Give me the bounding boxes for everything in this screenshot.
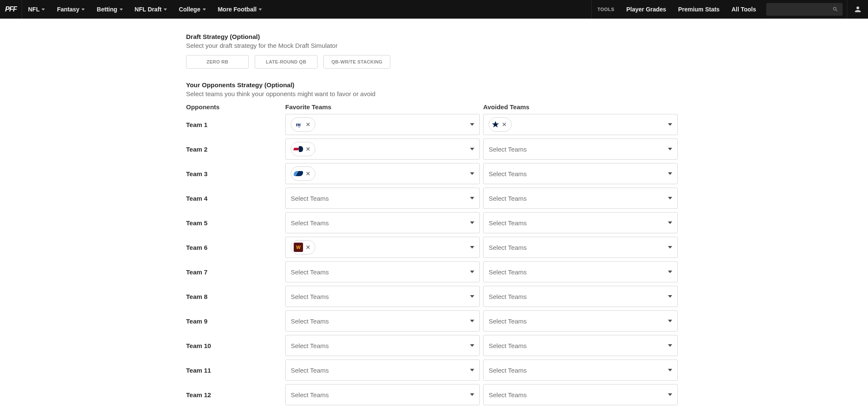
nav-draft[interactable]: NFL Draft: [129, 0, 173, 19]
favorite-teams-selector[interactable]: Select Teams: [285, 261, 480, 282]
chip-area: ny✕: [291, 117, 315, 132]
favorite-teams-selector[interactable]: Select Teams: [285, 359, 480, 381]
team-row: Team 12Select TeamsSelect Teams: [186, 384, 682, 405]
avoided-teams-selector[interactable]: Select Teams: [483, 335, 678, 356]
team-label: Team 12: [186, 391, 285, 398]
avoided-teams-selector[interactable]: Select Teams: [483, 163, 678, 184]
team-label: Team 6: [186, 244, 285, 251]
nav-college[interactable]: College: [173, 0, 212, 19]
pill-zero-rb[interactable]: ZERO RB: [186, 55, 249, 69]
link-player-grades-label: Player Grades: [626, 6, 666, 13]
nav-more[interactable]: More Football: [212, 0, 268, 19]
close-icon[interactable]: ✕: [306, 171, 311, 177]
selector-placeholder: Select Teams: [291, 293, 329, 300]
favorite-teams-selector[interactable]: Select Teams: [285, 335, 480, 356]
selector-placeholder: Select Teams: [489, 268, 527, 276]
selector-placeholder: Select Teams: [489, 170, 527, 177]
nav-fantasy[interactable]: Fantasy: [51, 0, 91, 19]
column-favorite: Favorite Teams: [285, 103, 483, 111]
team-label: Team 4: [186, 195, 285, 202]
favorite-teams-selector[interactable]: ny✕: [285, 114, 480, 135]
nav-draft-label: NFL Draft: [135, 6, 162, 13]
team-label: Team 9: [186, 318, 285, 325]
avoided-teams-selector[interactable]: ✕: [483, 114, 678, 135]
search-icon: [832, 6, 838, 12]
team-label: Team 10: [186, 342, 285, 349]
avoided-teams-selector[interactable]: Select Teams: [483, 188, 678, 209]
chevron-down-icon: [470, 148, 474, 150]
chevron-down-icon: [470, 221, 474, 224]
search-input[interactable]: [766, 3, 843, 16]
favorite-teams-selector[interactable]: Select Teams: [285, 310, 480, 332]
chevron-down-icon: [470, 271, 474, 273]
avoided-teams-selector[interactable]: Select Teams: [483, 138, 678, 160]
pill-late-round-qb[interactable]: LATE-ROUND QB: [255, 55, 317, 69]
avoided-teams-selector[interactable]: Select Teams: [483, 359, 678, 381]
avoided-teams-selector[interactable]: Select Teams: [483, 310, 678, 332]
team-row: Team 2✕Select Teams: [186, 138, 682, 160]
chevron-down-icon: [668, 344, 672, 347]
opponents-strategy-subtitle: Select teams you think your opponents mi…: [186, 90, 682, 97]
draft-strategy-section: Draft Strategy (Optional) Select your dr…: [186, 33, 682, 69]
avoided-teams-selector[interactable]: Select Teams: [483, 212, 678, 233]
column-opponents: Opponents: [186, 103, 285, 111]
team-chip: ✕: [291, 166, 315, 181]
selector-placeholder: Select Teams: [291, 391, 329, 398]
selector-placeholder: Select Teams: [291, 342, 329, 349]
link-player-grades[interactable]: Player Grades: [620, 0, 672, 19]
team-label: Team 7: [186, 268, 285, 276]
user-menu[interactable]: [847, 0, 868, 19]
team-row: Team 1ny✕✕: [186, 114, 682, 135]
favorite-teams-selector[interactable]: Select Teams: [285, 212, 480, 233]
team-label: Team 1: [186, 121, 285, 128]
avoided-teams-selector[interactable]: Select Teams: [483, 286, 678, 307]
favorite-teams-selector[interactable]: Select Teams: [285, 384, 480, 405]
pill-qb-wr-te-stacking[interactable]: QB-WR/TE STACKING: [323, 55, 390, 69]
team-row: Team 5Select TeamsSelect Teams: [186, 212, 682, 233]
chip-area: W✕: [291, 240, 315, 254]
team-row: Team 9Select TeamsSelect Teams: [186, 310, 682, 332]
chevron-down-icon: [259, 8, 262, 11]
team-chip: ✕: [489, 117, 512, 132]
chip-area: ✕: [489, 117, 512, 132]
chevron-down-icon: [668, 369, 672, 371]
nav-more-label: More Football: [218, 6, 257, 13]
selector-placeholder: Select Teams: [489, 391, 527, 398]
favorite-teams-selector[interactable]: ✕: [285, 138, 480, 160]
chevron-down-icon: [668, 271, 672, 273]
chevron-down-icon: [120, 8, 123, 11]
chevron-down-icon: [470, 393, 474, 396]
link-premium-stats[interactable]: Premium Stats: [672, 0, 726, 19]
close-icon[interactable]: ✕: [306, 244, 311, 250]
selector-placeholder: Select Teams: [291, 195, 329, 202]
team-label: Team 8: [186, 293, 285, 300]
logo-box[interactable]: PFF: [0, 0, 22, 19]
chevron-down-icon: [668, 197, 672, 199]
team-row: Team 3✕Select Teams: [186, 163, 682, 184]
team-chip: ✕: [291, 142, 315, 156]
selector-placeholder: Select Teams: [291, 268, 329, 276]
team-label: Team 5: [186, 219, 285, 227]
chevron-down-icon: [470, 320, 474, 322]
nav-nfl-label: NFL: [28, 6, 39, 13]
nav-betting[interactable]: Betting: [91, 0, 128, 19]
tools-label: TOOLS: [591, 0, 620, 19]
favorite-teams-selector[interactable]: ✕: [285, 163, 480, 184]
selector-placeholder: Select Teams: [489, 293, 527, 300]
svg-marker-0: [492, 121, 499, 127]
avoided-teams-selector[interactable]: Select Teams: [483, 237, 678, 258]
favorite-teams-selector[interactable]: Select Teams: [285, 286, 480, 307]
favorite-teams-selector[interactable]: Select Teams: [285, 188, 480, 209]
chevron-down-icon: [470, 246, 474, 249]
chevron-down-icon: [668, 320, 672, 322]
team-label: Team 2: [186, 146, 285, 153]
selector-placeholder: Select Teams: [489, 318, 527, 325]
close-icon[interactable]: ✕: [502, 122, 507, 127]
favorite-teams-selector[interactable]: W✕: [285, 237, 480, 258]
close-icon[interactable]: ✕: [306, 122, 311, 127]
nav-nfl[interactable]: NFL: [22, 0, 51, 19]
avoided-teams-selector[interactable]: Select Teams: [483, 261, 678, 282]
close-icon[interactable]: ✕: [306, 146, 311, 152]
link-all-tools[interactable]: All Tools: [726, 0, 762, 19]
avoided-teams-selector[interactable]: Select Teams: [483, 384, 678, 405]
